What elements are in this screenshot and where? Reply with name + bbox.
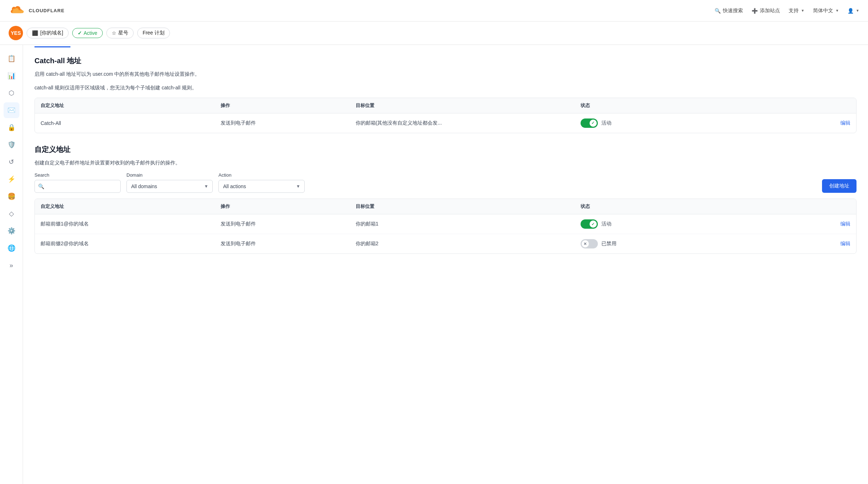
col-address-2: 自定义地址: [41, 203, 221, 210]
account-button[interactable]: 👤 ▼: [848, 8, 859, 14]
status-tag[interactable]: ✓ Active: [72, 28, 103, 38]
row1-status-cell: ✓ 活动: [581, 219, 761, 229]
custom-address-section: 自定义地址 创建自定义电子邮件地址并设置要对收到的电子邮件执行的操作。 Sear…: [34, 145, 857, 254]
col-address: 自定义地址: [41, 102, 221, 109]
search-input-wrapper: 🔍: [34, 180, 121, 193]
row2-action: 发送到电子邮件: [221, 241, 356, 247]
catch-all-title: Catch-all 地址: [34, 56, 857, 66]
catch-all-action: 发送到电子邮件: [221, 120, 356, 126]
toggle-check-icon: ✓: [591, 222, 595, 227]
content-area: Catch-all 地址 启用 catch-all 地址可以为 user.com…: [23, 45, 868, 484]
custom-address-desc: 创建自定义电子邮件地址并设置要对收到的电子邮件执行的操作。: [34, 159, 857, 167]
gear-icon: ⚙️: [8, 227, 15, 235]
workers-icon: ◇: [9, 210, 14, 218]
star-tag[interactable]: ☆ 星号: [106, 28, 134, 38]
sidebar-item-redirect[interactable]: ↺: [4, 154, 19, 170]
toggle-knob: ✓: [590, 120, 597, 127]
tab-indicator: [34, 46, 70, 47]
logo-text: CLOUDFLARE: [29, 8, 65, 13]
custom-table-header: 自定义地址 操作 目标位置 状态: [35, 199, 856, 214]
shield-icon: 🛡️: [8, 141, 15, 149]
domain-label: Domain: [126, 172, 213, 178]
action-select-wrapper: All actions ▼: [218, 180, 305, 193]
custom-address-title: 自定义地址: [34, 145, 857, 154]
domain-select-wrapper: All domains ▼: [126, 180, 213, 193]
sidebar-item-speed[interactable]: ⚡: [4, 171, 19, 187]
redirect-icon: ↺: [9, 158, 14, 166]
col-action: 操作: [221, 102, 356, 109]
network-icon: ⬡: [9, 89, 14, 97]
sidebar-item-security-lock[interactable]: 🔒: [4, 120, 19, 135]
email-icon: ✉️: [8, 106, 15, 114]
search-label: Search: [34, 172, 121, 178]
catch-all-toggle[interactable]: ✓: [581, 118, 598, 128]
table-row: 邮箱前缀1@你的域名 发送到电子邮件 你的邮箱1 ✓ 活动 编辑: [35, 214, 856, 234]
table-row: 邮箱前缀2@你的域名 发送到电子邮件 你的邮箱2 ✕ 已禁用 编辑: [35, 234, 856, 253]
domain-tag[interactable]: ⬛ [你的域名]: [27, 28, 69, 38]
catch-all-status-cell: ✓ 活动: [581, 118, 761, 128]
action-select[interactable]: All actions: [218, 180, 305, 193]
row2-edit-link[interactable]: 编辑: [761, 241, 850, 247]
support-button[interactable]: 支持 ▼: [789, 8, 804, 14]
sidebar-item-email[interactable]: ✉️: [4, 102, 19, 118]
catch-all-desc1: 启用 catch-all 地址可以为 user.com 中的所有其他电子邮件地址…: [34, 70, 857, 78]
sidebar-item-settings[interactable]: ⚙️: [4, 223, 19, 239]
chevron-down-icon: ▼: [835, 9, 839, 13]
plan-tag[interactable]: Free 计划: [137, 28, 170, 38]
catch-all-address: Catch-All: [41, 120, 221, 126]
sidebar-item-network[interactable]: ⬡: [4, 85, 19, 101]
header: CLOUDFLARE 🔍 快速搜索 ➕ 添加站点 支持 ▼ 简体中文 ▼ 👤 ▼: [0, 0, 868, 22]
row2-toggle[interactable]: ✕: [581, 239, 598, 248]
row1-edit-link[interactable]: 编辑: [761, 221, 850, 227]
lock-icon: 🔒: [8, 124, 15, 131]
search-icon: 🔍: [38, 183, 44, 189]
catch-all-section: Catch-all 地址 启用 catch-all 地址可以为 user.com…: [34, 56, 857, 133]
overview-icon: 📋: [8, 55, 15, 62]
check-icon: ✓: [78, 30, 82, 36]
col-destination: 目标位置: [356, 102, 581, 109]
dns-icon: 🌐: [8, 244, 15, 252]
language-button[interactable]: 简体中文 ▼: [813, 8, 839, 14]
catch-all-edit-link[interactable]: 编辑: [761, 120, 850, 126]
chevron-down-icon: ▼: [801, 9, 804, 13]
toggle-x-icon: ✕: [583, 242, 587, 246]
logo: CLOUDFLARE: [9, 5, 65, 17]
add-icon: ➕: [752, 8, 758, 14]
search-button[interactable]: 🔍 快速搜索: [715, 8, 743, 14]
cloudflare-logo-icon: [9, 5, 26, 17]
catch-all-table-header: 自定义地址 操作 目标位置 状态: [35, 98, 856, 113]
toggle-check-icon: ✓: [591, 121, 595, 125]
col-status: 状态: [581, 102, 761, 109]
catch-all-table: 自定义地址 操作 目标位置 状态 Catch-All 发送到电子邮件 你的邮箱(…: [34, 98, 857, 133]
sidebar-item-more[interactable]: »: [4, 257, 19, 273]
action-label: Action: [218, 172, 305, 178]
row1-address: 邮箱前缀1@你的域名: [41, 221, 221, 227]
more-icon: »: [9, 262, 13, 269]
sidebar-item-workers[interactable]: ◇: [4, 206, 19, 222]
row2-status-cell: ✕ 已禁用: [581, 239, 761, 248]
search-icon: 🔍: [715, 8, 721, 14]
row1-action: 发送到电子邮件: [221, 221, 356, 227]
search-filter-group: Search 🔍: [34, 172, 121, 193]
row2-status-text: 已禁用: [601, 241, 617, 247]
sidebar-item-caching[interactable]: 🍔: [4, 189, 19, 204]
action-filter-group: Action All actions ▼: [218, 172, 305, 193]
search-input[interactable]: [34, 180, 121, 193]
col-edit-2: [761, 203, 850, 210]
catch-all-desc2: catch-all 规则仅适用于区域级域，您无法为每个子域创建 catch-al…: [34, 84, 857, 92]
create-address-button[interactable]: 创建地址: [822, 179, 857, 193]
add-site-button[interactable]: ➕ 添加站点: [752, 8, 780, 14]
sidebar-item-waf[interactable]: 🛡️: [4, 137, 19, 153]
main-layout: 📋 📊 ⬡ ✉️ 🔒 🛡️ ↺ ⚡ 🍔 ◇ ⚙️: [0, 45, 868, 484]
breadcrumb: YES ⬛ [你的域名] ✓ Active ☆ 星号 Free 计划: [0, 22, 868, 45]
catch-all-row: Catch-All 发送到电子邮件 你的邮箱(其他没有自定义地址都会发... ✓…: [35, 113, 856, 133]
row1-toggle[interactable]: ✓: [581, 219, 598, 229]
sidebar-item-overview[interactable]: 📋: [4, 51, 19, 66]
row2-address: 邮箱前缀2@你的域名: [41, 241, 221, 247]
account-badge: YES: [9, 26, 23, 40]
sidebar-item-dns[interactable]: 🌐: [4, 240, 19, 256]
sidebar-item-analytics[interactable]: 📊: [4, 68, 19, 84]
domain-filter-group: Domain All domains ▼: [126, 172, 213, 193]
domain-select[interactable]: All domains: [126, 180, 213, 193]
row1-destination: 你的邮箱1: [356, 221, 581, 227]
